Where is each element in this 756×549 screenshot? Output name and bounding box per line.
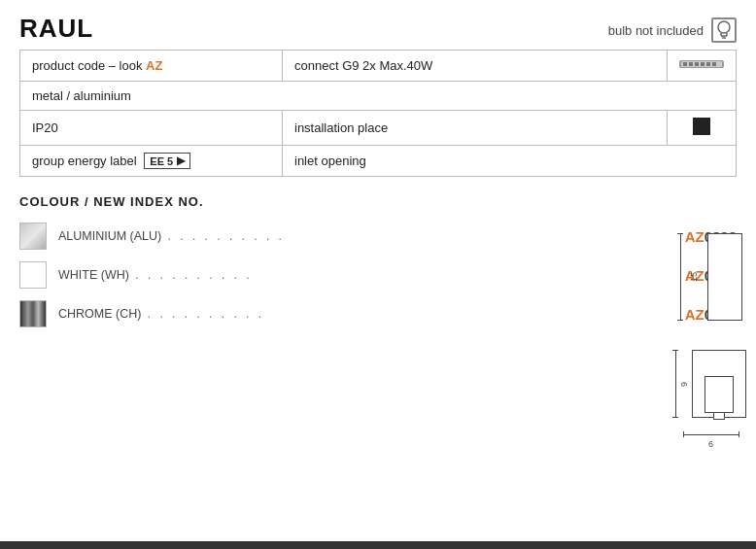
front-h-dim-area: 6 [683,431,739,449]
side-dim-line [680,233,681,321]
side-dim-container [680,233,681,321]
svg-rect-9 [695,62,699,66]
front-v-cap-bottom [672,417,678,418]
side-dim-cap-top [677,233,683,234]
product-title: RAUL [19,14,93,44]
colour-swatch-alu [19,223,47,250]
header: RAUL bulb not included [0,0,756,50]
colour-item-white: WHITE (WH) . . . . . . . . . . AZ0891 [19,261,737,289]
colour-dots-chrome: . . . . . . . . . . [141,307,678,321]
g9-connector-icon [679,57,724,71]
colour-swatch-chrome [19,300,47,327]
product-code-highlight: AZ [146,58,162,73]
colour-item-alu: ALUMINIUM (ALU) . . . . . . . . . . AZ08… [19,223,737,250]
side-view-rect [707,233,742,321]
colour-dots-alu: . . . . . . . . . . [161,229,678,243]
energy-label-cell: group energy label EE 5 ▶ [20,146,283,177]
svg-rect-10 [701,62,704,66]
ip-value-cell: installation place [283,111,668,146]
front-connector-base [713,412,725,420]
colour-section: COLOUR / NEW INDEX NO. ALUMINIUM (ALU) .… [0,177,756,349]
product-code-value: connect G9 2x Max.40W [294,58,432,73]
colour-section-title: COLOUR / NEW INDEX NO. [19,194,737,209]
inlet-value-cell: inlet opening [283,146,737,177]
table-row-product-code: product code – look AZ connect G9 2x Max… [20,51,737,82]
energy-label-text: group energy label [32,154,140,168]
front-v-dim-label: 9 [679,350,689,418]
product-code-prefix: product code – look [32,58,146,73]
energy-label-box: EE 5 ▶ [144,153,190,169]
ip-value: installation place [294,120,388,135]
h-cap-right [739,431,739,437]
svg-rect-8 [689,62,693,66]
info-table-wrapper: product code – look AZ connect G9 2x Max… [0,50,756,177]
svg-rect-12 [712,62,716,66]
material-label: metal / aluminium [32,88,131,103]
ip-label: IP20 [32,120,58,135]
front-h-dim-line-row [683,431,739,437]
connector-icon-cell [668,51,737,82]
install-place-icon [693,118,710,135]
colour-list: ALUMINIUM (ALU) . . . . . . . . . . AZ08… [19,223,737,327]
front-dim-side-area: 9 [675,350,746,418]
svg-rect-13 [693,118,710,135]
material-label-cell: metal / aluminium [20,82,737,111]
table-row-energy: group energy label EE 5 ▶ inlet opening [20,146,737,177]
page: RAUL bulb not included product code – lo… [0,0,756,549]
diagram-front-view: 9 6 [675,350,746,449]
side-dim-label: 15 [689,233,699,321]
energy-arrow-icon: ▶ [177,154,185,167]
table-row-material: metal / aluminium [20,82,737,111]
bulb-notice-text: bulb not included [608,23,704,38]
product-code-label-cell: product code – look AZ [20,51,283,82]
svg-rect-11 [706,62,710,66]
colour-dots-white: . . . . . . . . . . [129,268,679,282]
front-view-inner [704,376,734,413]
colour-swatch-white [19,261,47,289]
side-dim-cap-bottom [677,320,683,321]
inlet-label: inlet opening [294,154,366,168]
front-view-outer [692,350,746,418]
table-row-ip: IP20 installation place [20,111,737,146]
colour-item-chrome: CHROME (CH) . . . . . . . . . . AZ0868 [19,300,737,327]
diagram-area: 15 9 [675,233,746,449]
front-v-dim-line [675,350,676,418]
product-code-value-cell: connect G9 2x Max.40W [283,51,668,82]
energy-label-value: EE 5 [150,155,173,167]
info-table: product code – look AZ connect G9 2x Max… [19,50,737,177]
front-v-dim [675,350,676,418]
bulb-notice-area: bulb not included [608,17,737,43]
bulb-icon [711,17,737,43]
colour-name-alu: ALUMINIUM (ALU) [58,229,161,243]
ip-label-cell: IP20 [20,111,283,146]
svg-rect-7 [683,62,687,66]
svg-point-0 [718,21,730,33]
bulb-svg [715,20,733,40]
install-icon-cell [668,111,737,146]
colour-name-chrome: CHROME (CH) [58,307,141,321]
front-h-dim-label: 6 [708,439,713,449]
h-dim-line [684,434,739,435]
diagram-side-view: 15 [680,233,742,321]
colour-name-white: WHITE (WH) [58,268,129,282]
bottom-bar [0,541,756,549]
front-v-cap-top [672,350,678,351]
